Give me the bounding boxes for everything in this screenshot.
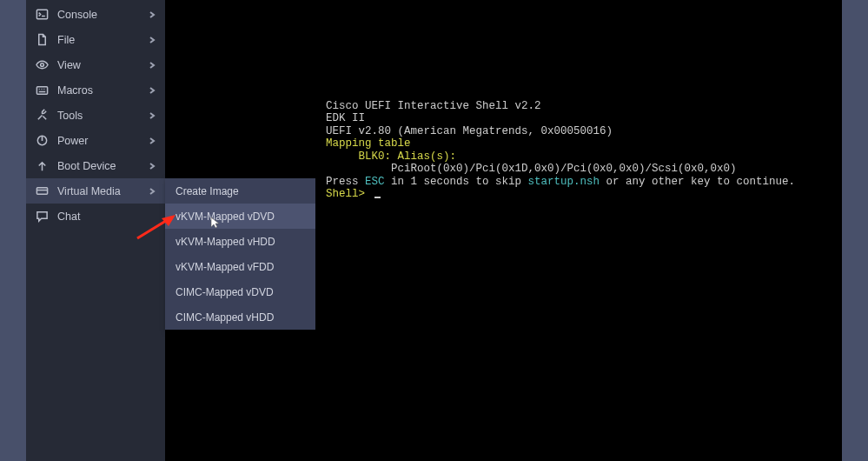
chevron-right-icon: [148, 111, 156, 120]
chat-icon: [35, 210, 49, 224]
console-press: Press: [326, 176, 365, 188]
boot-icon: [35, 159, 49, 173]
chevron-right-icon: [148, 162, 156, 170]
view-icon: [35, 58, 49, 72]
virtual-media-submenu: Create Image vKVM-Mapped vDVD vKVM-Mappe…: [165, 178, 315, 330]
console-aliases: Alias(s):: [398, 150, 457, 163]
sidebar-item-label: Power: [57, 135, 148, 147]
submenu-item-vkvm-vfdd[interactable]: vKVM-Mapped vFDD: [165, 254, 315, 279]
chevron-right-icon: [148, 137, 156, 145]
svg-point-1: [40, 63, 43, 67]
console-icon: [35, 8, 49, 22]
submenu-item-label: CIMC-Mapped vHDD: [176, 311, 274, 324]
submenu-item-create-image[interactable]: Create Image: [165, 178, 315, 204]
svg-rect-0: [36, 10, 47, 18]
chevron-right-icon: [148, 36, 156, 44]
submenu-item-label: CIMC-Mapped vDVD: [176, 286, 274, 298]
tools-icon: [35, 109, 49, 123]
console-mapping-table: Mapping table: [326, 137, 411, 150]
sidebar-item-label: View: [57, 59, 148, 71]
submenu-item-cimc-vdvd[interactable]: CIMC-Mapped vDVD: [165, 279, 315, 304]
sidebar-item-label: Virtual Media: [57, 185, 148, 197]
console-cursor: [374, 197, 381, 198]
console-line: EDK II: [326, 112, 365, 124]
console-startup: startup.nsh: [528, 176, 600, 188]
sidebar-item-label: Macros: [57, 84, 148, 97]
app-frame: Console File View Macros: [0, 0, 868, 461]
sidebar-item-label: Tools: [57, 110, 148, 122]
sidebar-item-boot-device[interactable]: Boot Device: [26, 153, 165, 178]
sidebar-item-virtual-media[interactable]: Virtual Media: [26, 178, 165, 204]
power-icon: [35, 134, 49, 148]
submenu-item-label: vKVM-Mapped vFDD: [176, 261, 274, 273]
sidebar-item-console[interactable]: Console: [26, 2, 165, 27]
console-blk0: BLK0:: [359, 150, 392, 163]
sidebar-item-file[interactable]: File: [26, 27, 165, 52]
macros-icon: [35, 84, 49, 97]
sidebar-item-label: Console: [57, 9, 148, 21]
console-shell-prompt: Shell>: [326, 188, 372, 200]
console-esc-key: ESC: [365, 176, 385, 188]
submenu-item-vkvm-vdvd[interactable]: vKVM-Mapped vDVD: [165, 204, 315, 229]
console-pciroot: PciRoot(0x0)/Pci(0x1D,0x0)/Pci(0x0,0x0)/…: [391, 163, 737, 175]
chevron-right-icon: [148, 10, 156, 19]
console-press-tail-b: or any other key to continue.: [600, 176, 795, 188]
sidebar-item-label: Boot Device: [57, 160, 148, 172]
sidebar-item-label: Chat: [57, 210, 156, 223]
console-press-tail-a: in 1 seconds to skip: [385, 176, 528, 188]
submenu-item-vkvm-vhdd[interactable]: vKVM-Mapped vHDD: [165, 229, 315, 254]
sidebar-item-macros[interactable]: Macros: [26, 77, 165, 103]
submenu-item-cimc-vhdd[interactable]: CIMC-Mapped vHDD: [165, 304, 315, 330]
sidebar-item-tools[interactable]: Tools: [26, 103, 165, 128]
sidebar-item-view[interactable]: View: [26, 52, 165, 77]
svg-rect-2: [36, 87, 47, 94]
console-output: Cisco UEFI Interactive Shell v2.2 EDK II…: [326, 87, 833, 213]
chevron-right-icon: [148, 86, 156, 95]
submenu-item-label: Create Image: [176, 185, 239, 197]
sidebar-item-label: File: [57, 34, 148, 46]
console-line: Cisco UEFI Interactive Shell v2.2: [326, 100, 541, 112]
chevron-right-icon: [148, 61, 156, 70]
sidebar-item-chat[interactable]: Chat: [26, 204, 165, 229]
chevron-right-icon: [148, 187, 156, 196]
submenu-item-label: vKVM-Mapped vDVD: [176, 210, 275, 223]
sidebar: Console File View Macros: [26, 0, 165, 461]
sidebar-item-power[interactable]: Power: [26, 128, 165, 153]
file-icon: [35, 33, 49, 47]
submenu-item-label: vKVM-Mapped vHDD: [176, 236, 275, 248]
vmedia-icon: [35, 184, 49, 198]
console-line: UEFI v2.80 (American Megatrends, 0x00050…: [326, 125, 613, 137]
svg-rect-4: [36, 188, 47, 195]
